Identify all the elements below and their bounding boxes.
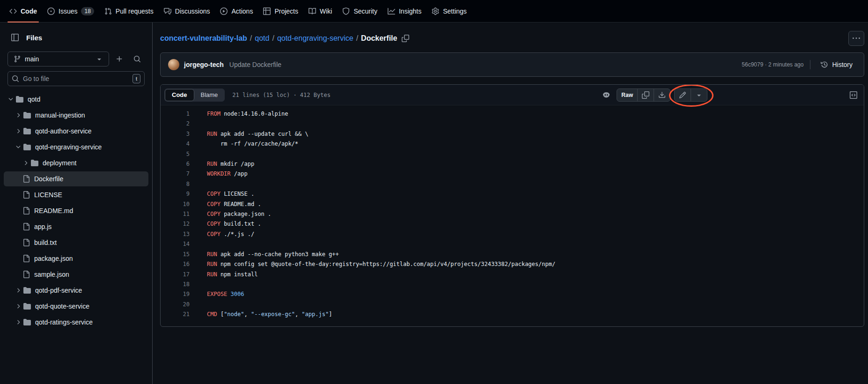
go-to-file-field[interactable]: Go to file t: [7, 71, 145, 86]
tree-item-label: build.txt: [34, 239, 57, 246]
download-icon: [658, 91, 666, 99]
play-icon: [220, 7, 228, 15]
breadcrumb-segment-qotd-engraving-service[interactable]: qotd-engraving-service: [277, 34, 353, 43]
repo-tab-projects[interactable]: Projects: [259, 0, 302, 22]
repo-tab-settings[interactable]: Settings: [428, 0, 471, 22]
line-number[interactable]: 12: [161, 219, 190, 229]
code-square-icon: [850, 91, 857, 99]
tab-code[interactable]: Code: [165, 89, 194, 101]
breadcrumb-separator: /: [353, 34, 361, 43]
code-line: 13COPY ./*.js ./: [161, 229, 864, 239]
tree-folder-deployment[interactable]: deployment: [4, 155, 148, 170]
line-number[interactable]: 11: [161, 209, 190, 219]
repo-tab-wiki[interactable]: Wiki: [305, 0, 336, 22]
code-line: 19EXPOSE 3006: [161, 289, 864, 299]
pull-request-icon: [104, 7, 112, 15]
code-line: 2: [161, 119, 864, 129]
add-file-button[interactable]: [112, 52, 127, 66]
tree-item-label: qotd-author-service: [35, 127, 92, 135]
tree-folder-manual-ingestion[interactable]: manual-ingestion: [4, 108, 148, 123]
shield-icon: [342, 7, 350, 15]
repo-tab-actions[interactable]: Actions: [216, 0, 257, 22]
plus-icon: [116, 55, 123, 63]
line-number[interactable]: 5: [161, 149, 190, 159]
tree-folder-qotd-quote-service[interactable]: qotd-quote-service: [4, 299, 148, 314]
author-avatar[interactable]: [168, 59, 179, 70]
line-number[interactable]: 16: [161, 259, 190, 269]
line-number[interactable]: 4: [161, 139, 190, 149]
line-content: EXPOSE 3006: [190, 289, 244, 299]
line-number[interactable]: 13: [161, 229, 190, 239]
chevron-right-icon: [15, 319, 22, 325]
file-icon: [22, 207, 30, 214]
code-icon: [9, 7, 17, 15]
breadcrumb-segment-qotd[interactable]: qotd: [255, 34, 269, 43]
line-number[interactable]: 15: [161, 250, 190, 259]
search-this-repo-button[interactable]: [130, 52, 145, 66]
line-number[interactable]: 19: [161, 289, 190, 299]
tree-file-sample.json[interactable]: sample.json: [4, 267, 148, 282]
folder-icon: [31, 159, 38, 167]
tree-file-readme.md[interactable]: README.md: [4, 203, 148, 218]
copy-icon: [642, 91, 649, 99]
tree-folder-qotd[interactable]: qotd: [4, 92, 148, 107]
symbols-panel-button[interactable]: [847, 89, 860, 102]
line-number[interactable]: 2: [161, 119, 190, 129]
tree-file-license[interactable]: LICENSE: [4, 187, 148, 202]
line-number[interactable]: 14: [161, 239, 190, 249]
history-button[interactable]: History: [817, 59, 856, 70]
more-options-button[interactable]: [848, 31, 864, 46]
tree-file-build.txt[interactable]: build.txt: [4, 235, 148, 250]
copilot-button[interactable]: [600, 89, 613, 102]
tree-folder-qotd-engraving-service[interactable]: qotd-engraving-service: [4, 140, 148, 155]
edit-file-dropdown-button[interactable]: [691, 89, 707, 101]
line-number[interactable]: 17: [161, 270, 190, 280]
tree-file-dockerfile[interactable]: Dockerfile: [4, 171, 148, 186]
commit-author-link[interactable]: jorgego-tech: [184, 61, 224, 68]
code-line: 18: [161, 280, 864, 289]
line-number[interactable]: 6: [161, 159, 190, 169]
line-number[interactable]: 8: [161, 179, 190, 189]
discussion-icon: [164, 7, 171, 15]
tab-blame[interactable]: Blame: [194, 89, 225, 101]
file-view-main: concert-vulnerability-lab/qotd/qotd-engr…: [153, 22, 868, 384]
commit-message-link[interactable]: Update Dockerfile: [229, 61, 281, 68]
line-number[interactable]: 1: [161, 109, 190, 119]
code-line: 15RUN apk add --no-cache python3 make g+…: [161, 250, 864, 259]
go-to-file-placeholder: Go to file: [23, 75, 49, 82]
raw-button[interactable]: Raw: [617, 89, 637, 101]
line-number[interactable]: 21: [161, 310, 190, 319]
tree-folder-qotd-author-service[interactable]: qotd-author-service: [4, 124, 148, 139]
tree-folder-qotd-pdf-service[interactable]: qotd-pdf-service: [4, 283, 148, 298]
search-icon: [12, 75, 19, 82]
repo-tab-discussions[interactable]: Discussions: [160, 0, 214, 22]
repo-tab-insights[interactable]: Insights: [384, 0, 425, 22]
line-number[interactable]: 18: [161, 280, 190, 289]
repo-tab-issues[interactable]: Issues18: [44, 0, 98, 22]
copy-raw-button[interactable]: [637, 89, 654, 101]
line-number[interactable]: 20: [161, 300, 190, 310]
collapse-sidebar-button[interactable]: [7, 30, 22, 45]
tree-file-app.js[interactable]: app.js: [4, 219, 148, 234]
repo-tab-code[interactable]: Code: [6, 0, 41, 22]
edit-file-button[interactable]: [675, 89, 691, 101]
breadcrumb-segment-concert-vulnerability-lab[interactable]: concert-vulnerability-lab: [160, 34, 247, 43]
sidebar-panel-icon: [11, 34, 19, 41]
current-branch-label: main: [25, 55, 39, 63]
line-number[interactable]: 7: [161, 169, 190, 179]
repo-tab-security[interactable]: Security: [338, 0, 381, 22]
commit-sha-and-time[interactable]: 56c9079 · 2 minutes ago: [742, 61, 803, 68]
copy-path-button[interactable]: [402, 35, 409, 42]
tree-folder-qotd-ratings-service[interactable]: qotd-ratings-service: [4, 315, 148, 330]
code-line: 3RUN apk add --update curl && \: [161, 129, 864, 139]
tree-file-package.json[interactable]: package.json: [4, 251, 148, 266]
download-raw-button[interactable]: [654, 89, 670, 101]
folder-icon: [23, 287, 31, 294]
line-number[interactable]: 9: [161, 189, 190, 199]
repo-tab-pull-requests[interactable]: Pull requests: [101, 0, 157, 22]
branch-selector[interactable]: main: [7, 52, 109, 66]
tree-item-label: qotd-engraving-service: [35, 143, 102, 151]
line-number[interactable]: 3: [161, 129, 190, 139]
line-number[interactable]: 10: [161, 199, 190, 209]
line-content: [190, 119, 207, 129]
